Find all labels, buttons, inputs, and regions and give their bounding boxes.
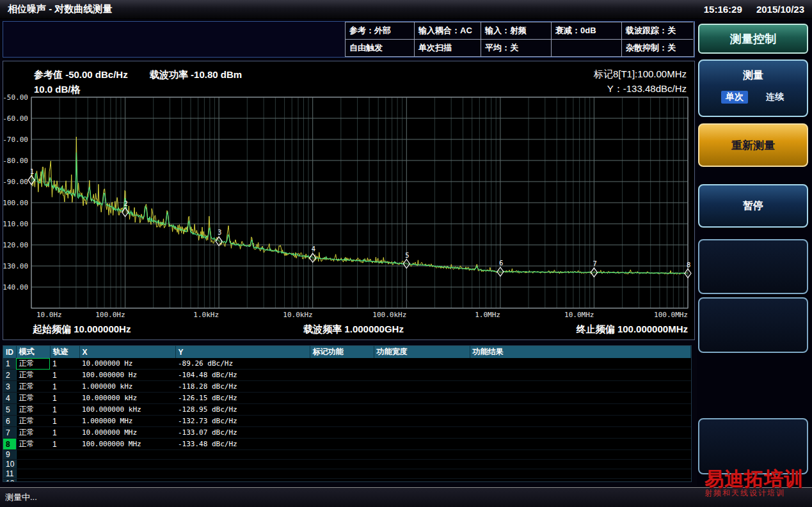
measure-button[interactable]: 测量 单次 连续: [698, 59, 808, 117]
marker-func-result-cell: [470, 416, 691, 427]
marker-table-row[interactable]: 6正常11.000000 MHz-132.73 dBc/Hz: [3, 416, 691, 427]
marker-table-row[interactable]: 7正常110.000000 MHz-133.07 dBc/Hz: [3, 427, 691, 439]
setting-reference: 参考：外部: [345, 22, 414, 39]
marker-table-row[interactable]: 5正常1100.000000 kHz-128.95 dBc/Hz: [3, 404, 691, 416]
marker-mode-cell: 正常: [16, 370, 50, 381]
marker-func-cell: [310, 404, 374, 416]
instrument-screen: 相位噪声 - 对数曲线测量 15:16:29 2015/10/23 参考：外部 …: [0, 0, 812, 507]
status-text: 测量中...: [5, 492, 37, 502]
marker-table-header: 标记功能: [310, 346, 374, 358]
marker-mode-cell: 正常: [16, 416, 50, 427]
time-display: 15:16:29: [704, 4, 742, 15]
svg-text:7: 7: [593, 260, 596, 267]
marker-table-row[interactable]: 8正常1100.000000 MHz-133.48 dBc/Hz: [3, 439, 691, 450]
marker-mode-cell: 正常: [16, 404, 50, 416]
clock: 15:16:29 2015/10/23: [692, 4, 804, 15]
marker-y-cell: -126.15 dBc/Hz: [175, 393, 310, 404]
svg-text:-120.00: -120.00: [3, 241, 28, 249]
date-display: 2015/10/23: [756, 4, 804, 15]
marker-readout-frequency: 标记8[T1]:100.00MHz: [594, 66, 687, 81]
softkey-empty-1[interactable]: [698, 239, 808, 294]
marker-trace-cell: 1: [50, 370, 79, 381]
titlebar: 相位噪声 - 对数曲线测量 15:16:29 2015/10/23: [0, 0, 812, 19]
svg-text:-70.00: -70.00: [3, 136, 28, 144]
marker-func-result-cell: [470, 393, 691, 404]
svg-text:100.0kHz: 100.0kHz: [372, 311, 406, 319]
svg-text:-140.00: -140.00: [3, 283, 28, 292]
pause-button[interactable]: 暂停: [698, 184, 808, 228]
marker-mode-cell: 正常: [16, 393, 50, 404]
marker-x-cell: 10.000000 Hz: [79, 358, 175, 370]
setting-carrier-tracking: 载波跟踪：关: [621, 22, 693, 39]
marker-table-header: 模式: [16, 346, 50, 358]
svg-text:1.0MHz: 1.0MHz: [475, 311, 500, 319]
chart-panel: 参考值 -50.00 dBc/Hz 载波功率 -10.80 dBm 10.0 d…: [3, 61, 695, 340]
marker-table-row[interactable]: 1正常110.000000 Hz-89.26 dBc/Hz: [3, 358, 691, 370]
svg-text:-90.00: -90.00: [3, 178, 28, 186]
svg-text:1: 1: [30, 168, 34, 175]
marker-table-row[interactable]: 12: [3, 479, 691, 483]
marker-y-cell: -89.26 dBc/Hz: [175, 358, 310, 370]
marker-table-row[interactable]: 10: [3, 460, 691, 469]
marker-y-cell: -133.07 dBc/Hz: [175, 427, 310, 439]
marker-func-width-cell: [374, 393, 470, 404]
marker-table: ID模式轨迹XY标记功能功能宽度功能结果 1正常110.000000 Hz-89…: [3, 346, 691, 482]
marker-func-result-cell: [470, 381, 691, 393]
marker-id-cell: 10: [3, 460, 16, 469]
marker-x-cell: 100.000000 kHz: [79, 404, 175, 416]
svg-text:4: 4: [312, 246, 315, 253]
marker-table-row[interactable]: 9: [3, 450, 691, 460]
marker-trace-cell: 1: [50, 358, 79, 370]
svg-text:1.0kHz: 1.0kHz: [193, 311, 219, 319]
marker-func-width-cell: [374, 427, 470, 439]
marker-table-row[interactable]: 4正常110.000000 kHz-126.15 dBc/Hz: [3, 393, 691, 404]
watermark-subtitle: 射频和天线设计培训: [705, 489, 804, 497]
svg-text:10.0kHz: 10.0kHz: [283, 311, 312, 319]
marker-trace-cell: 1: [50, 393, 79, 404]
marker-id-cell: 5: [3, 404, 16, 416]
svg-text:2: 2: [124, 200, 128, 207]
svg-text:-50.00: -50.00: [3, 93, 28, 102]
measure-option-single[interactable]: 单次: [721, 91, 748, 104]
softkey-empty-3[interactable]: [698, 418, 808, 474]
svg-text:-110.00: -110.00: [3, 220, 28, 228]
marker-table-row[interactable]: 3正常11.000000 kHz-118.28 dBc/Hz: [3, 381, 691, 393]
marker-table-header: Y: [175, 346, 310, 358]
chart-header: 参考值 -50.00 dBc/Hz 载波功率 -10.80 dBm: [34, 69, 242, 81]
remeasure-button[interactable]: 重新测量: [698, 123, 808, 167]
marker-func-width-cell: [374, 358, 470, 370]
marker-func-width-cell: [374, 416, 470, 427]
svg-text:-100.00: -100.00: [3, 199, 28, 207]
svg-text:5: 5: [405, 252, 409, 259]
marker-table-row[interactable]: 11: [3, 469, 691, 479]
marker-x-cell: 100.000000 MHz: [79, 439, 175, 450]
setting-empty: [551, 39, 621, 56]
phase-noise-plot[interactable]: -50.00-60.00-70.00-80.00-90.00-100.00-11…: [3, 93, 696, 324]
marker-table-header: 功能宽度: [374, 346, 470, 358]
marker-trace-cell: 1: [50, 381, 79, 393]
watermark-logo: 易迪拓培训 射频和天线设计培训: [705, 469, 804, 497]
measure-option-continuous[interactable]: 连续: [765, 91, 785, 104]
marker-x-cell: 10.000000 MHz: [79, 427, 175, 439]
marker-mode-cell: 正常: [16, 358, 50, 370]
stop-offset-label: 终止频偏 100.000000MHz: [577, 324, 688, 336]
svg-text:-130.00: -130.00: [3, 262, 28, 270]
softkey-empty-2[interactable]: [698, 297, 808, 353]
marker-table-header: X: [79, 346, 175, 358]
marker-y-cell: -128.95 dBc/Hz: [175, 404, 310, 416]
watermark-title: 易迪拓培训: [705, 469, 804, 489]
measure-control-header: 测量控制: [698, 24, 808, 54]
marker-id-cell: 3: [3, 381, 16, 393]
setting-input-coupling: 输入耦合：AC: [414, 22, 481, 39]
svg-text:8: 8: [687, 261, 690, 269]
marker-func-cell: [310, 370, 374, 381]
marker-x-cell: 1.000000 MHz: [79, 416, 175, 427]
svg-text:3: 3: [218, 229, 221, 236]
marker-id-cell: 1: [3, 358, 16, 370]
marker-table-row[interactable]: 2正常1100.000000 Hz-104.48 dBc/Hz: [3, 370, 691, 381]
marker-y-cell: -118.28 dBc/Hz: [175, 381, 310, 393]
marker-func-cell: [310, 439, 374, 450]
marker-y-cell: -104.48 dBc/Hz: [175, 370, 310, 381]
marker-func-cell: [310, 393, 374, 404]
svg-text:-60.00: -60.00: [3, 114, 28, 123]
